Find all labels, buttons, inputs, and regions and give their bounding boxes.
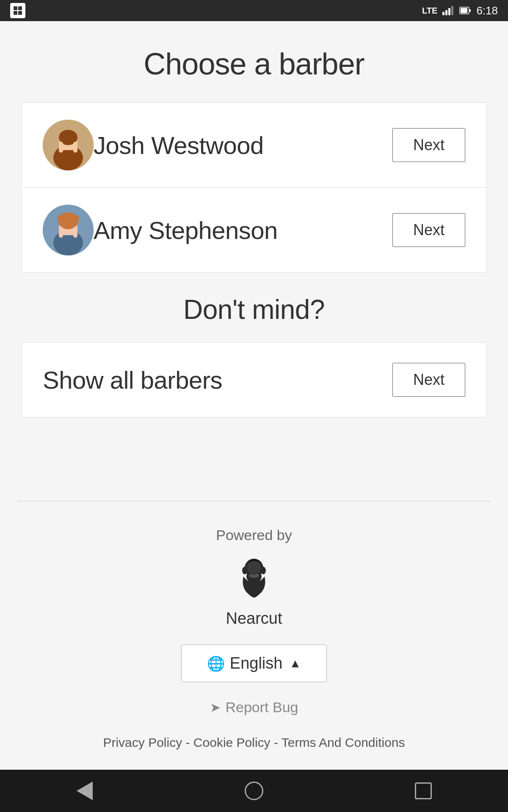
- globe-icon: 🌐: [207, 655, 225, 672]
- svg-rect-3: [18, 11, 22, 15]
- svg-rect-9: [469, 9, 471, 12]
- report-bug-link[interactable]: ➤ Report Bug: [210, 699, 298, 716]
- next-button-josh[interactable]: Next: [392, 128, 465, 162]
- home-button[interactable]: [241, 778, 267, 804]
- status-right: LTE 6:18: [422, 4, 498, 17]
- nearcut-brand-name: Nearcut: [226, 609, 282, 628]
- report-bug-text: Report Bug: [226, 699, 298, 716]
- battery-icon: [459, 6, 471, 15]
- signal-icon: [442, 6, 454, 15]
- next-button-show-all[interactable]: Next: [392, 363, 465, 397]
- powered-by-text: Powered by: [216, 527, 292, 543]
- svg-rect-24: [73, 227, 77, 238]
- app-icon: [10, 3, 25, 18]
- barber-name-amy: Amy Stephenson: [94, 216, 392, 244]
- cookie-policy-link[interactable]: Cookie Policy: [193, 735, 271, 749]
- recent-icon: [415, 782, 432, 799]
- main-content: Choose a barber Josh Westwood Next: [0, 21, 508, 502]
- dropdown-arrow: ▲: [289, 657, 301, 670]
- svg-rect-7: [451, 6, 453, 15]
- svg-rect-0: [14, 6, 17, 10]
- barber-row-josh: Josh Westwood Next: [22, 103, 486, 188]
- separator-2: -: [274, 735, 282, 749]
- svg-rect-23: [59, 227, 63, 238]
- footer-links: Privacy Policy - Cookie Policy - Terms A…: [103, 732, 405, 753]
- svg-rect-17: [73, 142, 77, 153]
- back-button[interactable]: [72, 778, 97, 804]
- show-all-text: Show all barbers: [43, 366, 392, 394]
- barbers-container: Josh Westwood Next Amy Stephenson Next: [21, 102, 487, 273]
- show-all-container: Show all barbers Next: [21, 342, 487, 417]
- report-bug-icon: ➤: [210, 700, 221, 715]
- next-button-amy[interactable]: Next: [392, 213, 465, 247]
- svg-rect-10: [461, 8, 467, 13]
- footer: Powered by Nearcut 🌐 English ▲ ➤ Report …: [0, 502, 508, 770]
- svg-rect-6: [448, 8, 450, 15]
- language-label: English: [230, 654, 283, 672]
- navigation-bar: [0, 770, 508, 812]
- network-indicator: LTE: [422, 6, 437, 16]
- avatar-amy: [43, 205, 94, 255]
- status-bar: LTE 6:18: [0, 0, 508, 21]
- barber-row-amy: Amy Stephenson Next: [22, 188, 486, 272]
- svg-point-25: [57, 214, 79, 222]
- barber-name-josh: Josh Westwood: [94, 131, 392, 159]
- svg-rect-4: [442, 12, 444, 15]
- status-left: [10, 3, 25, 18]
- nearcut-logo: [229, 552, 279, 603]
- svg-rect-5: [445, 10, 447, 15]
- avatar-josh: [43, 120, 94, 170]
- terms-link[interactable]: Terms And Conditions: [282, 735, 405, 749]
- home-icon: [245, 782, 263, 800]
- show-all-row: Show all barbers Next: [22, 343, 486, 417]
- dont-mind-title: Don't mind?: [183, 294, 325, 325]
- svg-rect-16: [59, 142, 63, 153]
- clock: 6:18: [476, 4, 498, 17]
- svg-point-31: [261, 567, 266, 574]
- recent-button[interactable]: [411, 778, 436, 804]
- svg-rect-1: [18, 6, 22, 10]
- page-title: Choose a barber: [144, 47, 364, 81]
- language-selector[interactable]: 🌐 English ▲: [181, 645, 327, 682]
- svg-rect-2: [14, 11, 17, 15]
- separator-1: -: [186, 735, 193, 749]
- svg-point-30: [242, 567, 247, 574]
- privacy-policy-link[interactable]: Privacy Policy: [103, 735, 182, 749]
- back-icon: [77, 782, 93, 800]
